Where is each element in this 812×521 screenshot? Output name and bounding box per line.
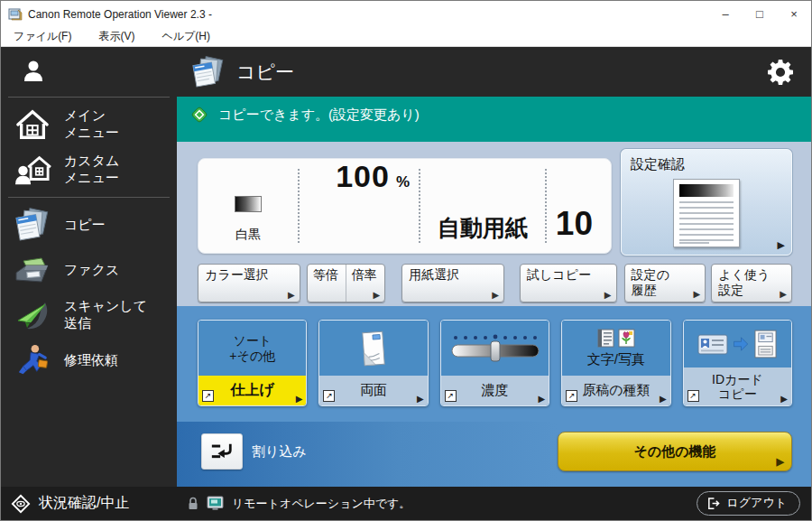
sidebar-item-copy[interactable]: コピー xyxy=(1,202,177,247)
expand-arrow-icon: ▶ xyxy=(492,290,499,300)
home-icon xyxy=(12,107,53,142)
original-type-button[interactable]: 文字/写真 原稿の種類 ↗ ▶ xyxy=(561,320,670,406)
popup-window-icon[interactable]: ↗ xyxy=(202,390,214,402)
button-label: 履歴 xyxy=(632,283,699,298)
sidebar-item-scan-send[interactable]: スキャンして 送信 xyxy=(1,293,177,338)
logout-door-icon xyxy=(706,497,720,510)
color-select-button[interactable]: カラー選択 ▶ xyxy=(198,264,300,302)
sidebar-item-fax[interactable]: ファクス xyxy=(1,247,177,293)
expand-arrow-icon: ▶ xyxy=(660,394,667,404)
status-monitor-label: 状況確認/中止 xyxy=(39,494,129,513)
sample-copy-button[interactable]: 試しコピー ▶ xyxy=(520,264,617,302)
status-message: コピーできます。(設定変更あり) xyxy=(218,105,420,124)
interrupt-button[interactable] xyxy=(201,433,243,470)
fax-icon xyxy=(12,254,53,286)
menu-file[interactable]: ファイル(F) xyxy=(10,28,75,45)
color-mode-display: 白黒 xyxy=(198,159,298,253)
paper-plane-icon xyxy=(12,299,53,331)
bottom-action-band: 割り込み その他の機能 ▶ xyxy=(177,422,811,487)
density-slider-icon xyxy=(450,333,540,364)
sidebar-item-label: メニュー xyxy=(64,125,119,142)
paper-select-button[interactable]: 用紙選択 ▶ xyxy=(401,264,504,302)
other-functions-button[interactable]: その他の機能 ▶ xyxy=(558,432,792,471)
button-label-line: IDカード xyxy=(712,372,763,386)
interrupt-label: 割り込み xyxy=(252,443,307,461)
expand-arrow-icon: ▶ xyxy=(778,239,785,251)
title-bar: Canon Remote Operation Viewer 2.3 - – □ … xyxy=(1,1,811,27)
menu-bar: ファイル(F) 表示(V) ヘルプ(H) xyxy=(1,27,811,47)
sidebar-item-custom-menu[interactable]: カスタム メニュー xyxy=(1,147,177,192)
expand-arrow-icon: ▶ xyxy=(780,289,787,300)
text-document-icon xyxy=(597,329,614,348)
remote-monitor-icon xyxy=(207,496,224,511)
user-home-icon xyxy=(12,153,53,187)
sidebar: メイン メニュー カスタム メニュー xyxy=(1,47,177,487)
logout-button[interactable]: ログアウト xyxy=(697,491,800,516)
minimize-icon[interactable]: – xyxy=(708,1,743,27)
popup-window-icon[interactable]: ↗ xyxy=(687,390,699,402)
button-label: 試しコピー xyxy=(527,267,591,282)
lock-icon xyxy=(188,497,198,510)
ready-status-icon xyxy=(189,105,209,125)
favorite-settings-button[interactable]: よく使う 設定 ▶ xyxy=(711,264,792,302)
sidebar-item-main-menu[interactable]: メイン メニュー xyxy=(1,102,177,147)
logout-label: ログアウト xyxy=(726,495,787,511)
maximize-icon[interactable]: □ xyxy=(743,1,777,27)
arrow-right-icon xyxy=(734,336,749,352)
settings-history-button[interactable]: 設定の 履歴 ▶ xyxy=(624,264,706,302)
density-button[interactable]: 濃度 ↗ ▶ xyxy=(440,320,549,406)
button-label: 設定 xyxy=(718,283,785,298)
expand-arrow-icon: ▶ xyxy=(539,394,546,404)
duplex-button[interactable]: 両面 ↗ ▶ xyxy=(318,320,428,406)
ratio-value: 100 xyxy=(336,159,390,194)
popup-window-icon[interactable]: ↗ xyxy=(323,390,335,402)
expand-arrow-icon: ▶ xyxy=(780,394,788,404)
expand-arrow-icon: ▶ xyxy=(694,289,701,300)
action-button-row: カラー選択 ▶ 等倍 倍率 ▶ 用紙選択 xyxy=(198,264,792,302)
sidebar-divider xyxy=(8,97,170,98)
status-monitor-button[interactable]: 状況確認/中止 xyxy=(1,493,177,515)
ratio-button-group: 等倍 倍率 ▶ xyxy=(307,264,386,302)
gear-icon[interactable] xyxy=(766,58,795,87)
interrupt-icon xyxy=(210,442,234,461)
ratio-button[interactable]: 倍率 ▶ xyxy=(346,265,385,302)
button-label: 仕上げ xyxy=(198,376,306,405)
serviceman-icon xyxy=(12,343,53,377)
sidebar-item-label: 送信 xyxy=(64,315,147,332)
button-label: 濃度 xyxy=(441,376,549,405)
popup-window-icon[interactable]: ↗ xyxy=(445,390,457,402)
close-icon[interactable]: × xyxy=(777,1,811,27)
expand-arrow-icon: ▶ xyxy=(288,290,295,300)
main-panel: コピー コピーできます。(設定変更あり) 白黒 xyxy=(177,47,811,487)
user-icon xyxy=(12,58,53,85)
finishing-button[interactable]: ソート +その他 仕上げ ↗ ▶ xyxy=(198,320,307,406)
sidebar-item-label: 修理依頼 xyxy=(64,352,118,369)
sidebar-item-label: ファクス xyxy=(64,262,119,279)
button-label: 原稿の種類 xyxy=(562,376,669,405)
expand-arrow-icon: ▶ xyxy=(604,290,612,300)
duplex-page-icon xyxy=(357,329,390,368)
menu-help[interactable]: ヘルプ(H) xyxy=(158,28,214,45)
expand-arrow-icon: ▶ xyxy=(374,290,381,300)
button-label: カラー選択 xyxy=(205,267,269,282)
expand-arrow-icon: ▶ xyxy=(777,456,784,468)
settings-check-button[interactable]: 設定確認 ▶ xyxy=(621,149,792,256)
sidebar-item-repair[interactable]: 修理依頼 xyxy=(1,338,177,383)
settings-summary-zone: 白黒 100 % 自動用紙 10 xyxy=(177,142,811,306)
sidebar-divider xyxy=(8,197,170,198)
sidebar-item-label: スキャンして xyxy=(64,298,147,315)
sidebar-item-label: コピー xyxy=(64,217,106,234)
window-title: Canon Remote Operation Viewer 2.3 - xyxy=(28,8,212,21)
popup-window-icon[interactable]: ↗ xyxy=(566,390,577,402)
button-label: 倍率 xyxy=(352,267,377,282)
menu-view[interactable]: 表示(V) xyxy=(95,28,138,45)
button-label: 等倍 xyxy=(313,267,338,282)
id-card-copy-button[interactable]: IDカード コピー ↗ ▶ xyxy=(683,320,792,406)
button-sublabel: ソート xyxy=(233,333,272,349)
same-size-button[interactable]: 等倍 xyxy=(308,265,346,302)
button-label: よく使う xyxy=(718,267,770,282)
button-sublabel: 文字/写真 xyxy=(587,351,645,367)
sidebar-item-user[interactable] xyxy=(1,51,177,92)
status-monitor-icon xyxy=(10,493,32,515)
page-title: コピー xyxy=(236,60,294,85)
